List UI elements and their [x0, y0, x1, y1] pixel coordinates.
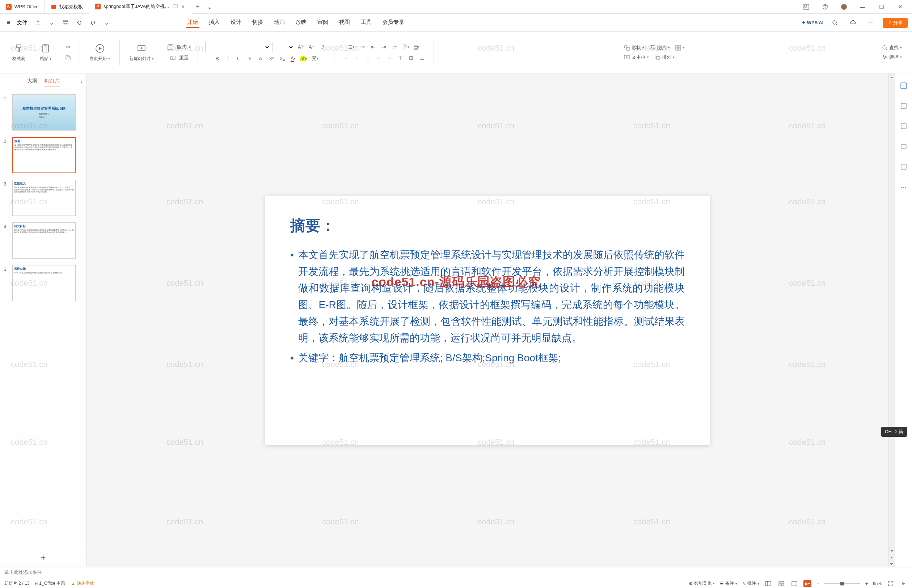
menu-tab-animation[interactable]: 动画 [273, 17, 285, 28]
zoom-slider[interactable] [824, 583, 860, 584]
menu-tab-view[interactable]: 视图 [339, 17, 351, 28]
increase-font-icon[interactable]: A⁺ [296, 43, 305, 51]
cube-icon[interactable] [818, 2, 833, 12]
shape-button[interactable]: 形状 ▾ [624, 44, 644, 51]
cloud-icon[interactable] [848, 18, 858, 28]
zoom-level[interactable]: 95% [873, 581, 881, 586]
cut-icon[interactable]: ✂ [64, 43, 72, 51]
italic-icon[interactable]: I [224, 54, 232, 63]
design-panel-icon[interactable] [899, 81, 909, 91]
strikethrough-icon[interactable]: S̶ [245, 54, 254, 63]
superscript-icon[interactable]: X² [267, 54, 276, 63]
align-left-icon[interactable]: ≡ [342, 53, 350, 62]
arrange-button[interactable]: 排列 ▾ [654, 54, 675, 60]
decrease-indent-icon[interactable]: ⇤ [369, 43, 377, 51]
find-button[interactable]: 查找 ▾ [882, 44, 902, 51]
paste-button[interactable]: 粘贴 ▾ [38, 42, 53, 63]
text-effect-icon[interactable]: A [256, 54, 265, 63]
setting-panel-icon[interactable] [899, 162, 909, 172]
search-icon[interactable] [830, 18, 840, 28]
menu-tab-insert[interactable]: 插入 [208, 17, 220, 28]
reset-label[interactable]: 重置 [179, 55, 189, 61]
format-painter-button[interactable]: 格式刷 [10, 42, 28, 63]
collapse-icon[interactable]: ‹ [80, 79, 82, 86]
copy-icon[interactable] [64, 53, 72, 62]
export-icon[interactable] [33, 18, 43, 28]
font-color-icon[interactable]: A ▾ [289, 54, 298, 63]
slide-bullet-1[interactable]: 本文首先实现了航空机票预定管理系统设计与实现管理技术的发展随后依照传统的软件开发… [290, 247, 685, 347]
print-icon[interactable] [60, 18, 71, 28]
template-panel-icon[interactable] [899, 101, 909, 111]
select-button[interactable]: 选择 ▾ [882, 54, 902, 60]
vertical-scrollbar[interactable]: ▴ ▾ ⏶ ⏷ [888, 73, 895, 567]
maximize-icon[interactable] [874, 2, 889, 12]
more-icon[interactable]: ⋯ [866, 18, 876, 28]
reset-icon[interactable] [168, 53, 177, 62]
thumbnail-1[interactable]: 1 航空机票预定管理系统 ppt 指导老师： 设计人： [3, 94, 83, 131]
comments-toggle[interactable]: ✎ 批注 ▾ [742, 580, 759, 586]
decrease-font-icon[interactable]: A⁻ [307, 43, 316, 51]
highlight-icon[interactable]: ab ▾ [300, 54, 308, 63]
scroll-down-icon[interactable]: ▾ [888, 548, 895, 554]
avatar-icon[interactable] [837, 2, 851, 12]
wps-ai-button[interactable]: ✦ WPS AI [802, 20, 823, 25]
align-right-icon[interactable]: ≡ [363, 53, 372, 62]
increase-indent-icon[interactable]: ⇥ [380, 43, 388, 51]
clear-format-icon[interactable] [318, 43, 327, 51]
size-select[interactable] [272, 42, 294, 52]
layout-icon[interactable] [166, 43, 175, 51]
distribute-icon[interactable]: ≡ [385, 53, 394, 62]
fit-view-icon[interactable] [887, 580, 895, 587]
notes-area[interactable]: 单击此处添加备注 [0, 567, 912, 578]
beautify-button[interactable]: ⚙ 智能美化 ▾ [689, 580, 715, 586]
notes-toggle[interactable]: ☰ 备注 ▾ [720, 580, 737, 586]
menu-tab-design[interactable]: 设计 [230, 17, 242, 28]
prev-slide-icon[interactable]: ⏶ [888, 554, 895, 561]
bold-icon[interactable]: B [213, 54, 222, 63]
menu-tab-tools[interactable]: 工具 [360, 17, 373, 28]
redo-icon[interactable] [88, 18, 98, 28]
presentation-mode-icon[interactable] [172, 3, 178, 10]
next-slide-icon[interactable]: ⏷ [888, 561, 895, 567]
tab-wps-home[interactable]: W WPS Office [0, 0, 45, 14]
theme-label[interactable]: ⎘ 1_Office 主题 [35, 580, 65, 586]
window-layout-icon[interactable] [799, 2, 813, 12]
picture-button[interactable]: 图片 ▾ [649, 44, 670, 51]
scroll-up-icon[interactable]: ▴ [888, 73, 895, 80]
new-slide-button[interactable]: 新建幻灯片 ▾ [127, 42, 156, 63]
thumbnail-3[interactable]: 3 选题意义现代化科技的高速发展与城市结构的够建都具有很高的壮大。人们在对于了互… [3, 180, 83, 216]
undo-dropdown-icon[interactable]: ⌄ [102, 18, 112, 28]
menu-tab-member[interactable]: 会员专享 [382, 17, 405, 28]
more-panel-icon[interactable]: ⋯ [899, 182, 909, 192]
text-direction-icon[interactable]: 字 ▾ [401, 43, 410, 51]
slide-bullet-2[interactable]: 关键字：航空机票预定管理系统; B/S架构;Spring Boot框架; [290, 350, 685, 366]
from-current-button[interactable]: 当页开始 ▾ [87, 42, 112, 63]
outline-tab[interactable]: 大纲 [27, 78, 37, 86]
material-panel-icon[interactable] [899, 121, 909, 131]
valign-mid-icon[interactable]: ⊟ [407, 53, 415, 62]
columns-icon[interactable]: ▤ ▾ [412, 43, 421, 51]
slides-tab[interactable]: 幻灯片 [45, 78, 60, 86]
layout-label[interactable]: 版式 [177, 44, 186, 50]
add-slide-button[interactable]: + [0, 548, 86, 567]
tools-button[interactable]: ▾ [675, 44, 685, 51]
thumbnail-5[interactable]: 5 系统总概本21一个航空机票预定管理系统的进行的大系统是结构体现… [3, 265, 83, 301]
reading-view-icon[interactable] [791, 580, 799, 587]
valign-bot-icon[interactable]: ⊥ [418, 53, 426, 62]
menu-tab-show[interactable]: 放映 [295, 17, 307, 28]
numbering-icon[interactable]: ≡ ▾ [358, 43, 367, 51]
bullets-icon[interactable]: ☰ ▾ [347, 43, 356, 51]
close-window-icon[interactable]: ✕ [893, 2, 908, 12]
animation-panel-icon[interactable] [899, 141, 909, 152]
font-select[interactable] [205, 42, 271, 52]
line-spacing-icon[interactable]: ↕ ▾ [390, 43, 399, 51]
subscript-icon[interactable]: X₂ [278, 54, 287, 63]
share-button[interactable]: ⇪ 分享 [883, 18, 908, 28]
sorter-view-icon[interactable] [778, 580, 785, 587]
thumbnail-4[interactable]: 4 研究目标开放便利均质设的高速发展与城市结构对够建快都具有很大结构的壮大…此软… [3, 222, 83, 258]
menu-tab-review[interactable]: 审阅 [317, 17, 329, 28]
textbox-button[interactable]: A 文本框 ▾ [624, 54, 649, 60]
file-menu[interactable]: 文件 [13, 19, 31, 26]
tab-dropdown-button[interactable]: ⌄ [203, 3, 216, 11]
change-case-icon[interactable]: 变 ▾ [311, 54, 319, 63]
